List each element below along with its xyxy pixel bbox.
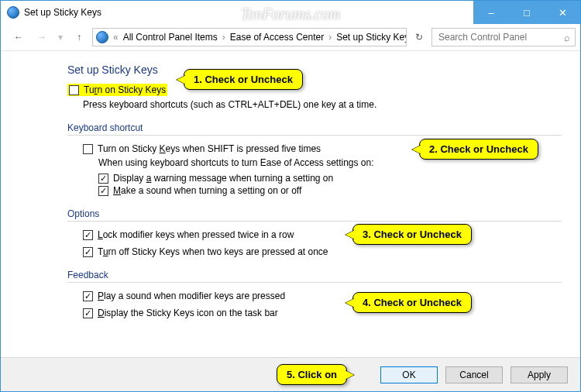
window-title: Set up Sticky Keys <box>24 7 101 18</box>
section-divider <box>67 135 562 136</box>
section-header-feedback: Feedback <box>67 270 562 280</box>
section-divider <box>67 282 562 283</box>
opt-opt2-label[interactable]: Turn off Sticky Keys when two keys are p… <box>98 246 328 257</box>
chevron-right-icon: › <box>221 32 227 43</box>
control-panel-icon <box>96 31 108 43</box>
kb-opt2-row: Display a warning message when turning a… <box>98 173 562 184</box>
forward-button[interactable]: → <box>32 27 52 47</box>
kb-opt3-row: Make a sound when turning a setting on o… <box>98 185 562 196</box>
fb-opt2-checkbox[interactable] <box>83 308 93 318</box>
kb-opt2-label[interactable]: Display a warning message when turning a… <box>113 173 333 184</box>
search-icon: ⌕ <box>564 32 570 43</box>
kb-opt1-checkbox[interactable] <box>83 144 93 154</box>
breadcrumb[interactable]: « All Control Panel Items › Ease of Acce… <box>92 28 407 46</box>
kb-opt2-checkbox[interactable] <box>98 174 108 184</box>
annotation-2: 2. Check or Uncheck <box>419 139 538 160</box>
search-box[interactable]: ⌕ <box>431 28 576 46</box>
breadcrumb-item[interactable]: Set up Sticky Keys <box>336 32 407 43</box>
apply-button[interactable]: Apply <box>511 366 568 383</box>
content: Set up Sticky Keys Turn on Sticky Keys P… <box>1 51 580 318</box>
section-header-options: Options <box>67 208 562 219</box>
opt-opt2-checkbox[interactable] <box>83 247 93 257</box>
opt-opt2-row: Turn off Sticky Keys when two keys are p… <box>83 246 562 257</box>
kb-opt1-label[interactable]: Turn on Sticky Keys when SHIFT is presse… <box>98 143 321 154</box>
app-icon <box>7 6 19 19</box>
chevron-right-icon: › <box>327 32 333 43</box>
titlebar: Set up Sticky Keys – □ ✕ <box>1 1 580 24</box>
breadcrumb-item[interactable]: Ease of Access Center <box>230 32 324 43</box>
fb-opt1-label[interactable]: Play a sound when modifier keys are pres… <box>98 291 285 301</box>
opt-opt1-label[interactable]: Lock modifier keys when pressed twice in… <box>98 229 294 240</box>
main-desc: Press keyboard shortcuts (such as CTRL+A… <box>83 99 562 110</box>
main-toggle-row: Turn on Sticky Keys <box>67 84 562 96</box>
annotation-5: 5. Click on <box>277 364 347 385</box>
navbar: ← → ▾ ↑ « All Control Panel Items › Ease… <box>1 24 580 50</box>
back-button[interactable]: ← <box>9 27 29 47</box>
refresh-button[interactable]: ↻ <box>410 28 428 46</box>
ok-button[interactable]: OK <box>380 366 438 383</box>
cancel-button[interactable]: Cancel <box>445 366 503 383</box>
kb-opt3-label[interactable]: Make a sound when turning a setting on o… <box>113 185 301 196</box>
window-buttons: – □ ✕ <box>473 1 580 24</box>
annotation-1: 1. Check or Uncheck <box>184 69 303 90</box>
opt-opt1-row: Lock modifier keys when pressed twice in… <box>83 229 562 240</box>
recent-dropdown[interactable]: ▾ <box>55 27 66 47</box>
maximize-button[interactable]: □ <box>509 1 545 24</box>
fb-opt1-checkbox[interactable] <box>83 291 93 301</box>
annotation-4: 4. Check or Uncheck <box>352 292 472 313</box>
section-header-keyboard: Keyboard shortcut <box>67 122 562 133</box>
main-toggle-highlight: Turn on Sticky Keys <box>67 84 167 96</box>
minimize-button[interactable]: – <box>473 1 509 24</box>
main-toggle-checkbox[interactable] <box>69 85 79 95</box>
section-divider <box>67 221 562 222</box>
search-input[interactable] <box>437 31 559 43</box>
fb-opt2-row: Display the Sticky Keys icon on the task… <box>83 308 562 318</box>
opt-opt1-checkbox[interactable] <box>83 230 93 240</box>
kb-opt3-checkbox[interactable] <box>98 186 108 196</box>
breadcrumb-overflow-icon[interactable]: « <box>112 32 120 43</box>
fb-opt2-label[interactable]: Display the Sticky Keys icon on the task… <box>98 308 278 318</box>
annotation-3: 3. Check or Uncheck <box>352 224 472 245</box>
breadcrumb-item[interactable]: All Control Panel Items <box>123 32 218 43</box>
main-toggle-label[interactable]: Turn on Sticky Keys <box>84 84 166 95</box>
close-button[interactable]: ✕ <box>545 1 580 24</box>
fb-opt1-row: Play a sound when modifier keys are pres… <box>83 291 562 301</box>
up-button[interactable]: ↑ <box>69 27 89 47</box>
page-title: Set up Sticky Keys <box>67 64 562 76</box>
